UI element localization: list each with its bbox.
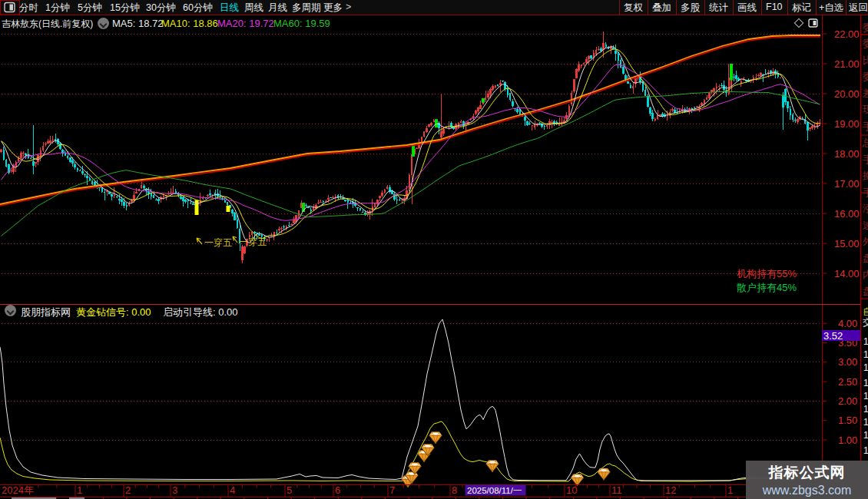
svg-text:换: 换 xyxy=(862,170,868,181)
svg-text:1.00: 1.00 xyxy=(838,435,857,446)
svg-text:10: 10 xyxy=(566,484,577,496)
svg-text:涨: 涨 xyxy=(863,203,868,214)
svg-text:1: 1 xyxy=(863,404,868,415)
svg-text:3.00: 3.00 xyxy=(838,356,857,368)
svg-text:1: 1 xyxy=(863,362,868,373)
svg-text:3.52: 3.52 xyxy=(823,330,843,342)
svg-text:1.50: 1.50 xyxy=(838,415,857,426)
svg-text:1: 1 xyxy=(727,484,733,496)
svg-text:3: 3 xyxy=(172,484,177,496)
svg-text:21.00: 21.00 xyxy=(834,58,860,70)
svg-text:2024年: 2024年 xyxy=(2,484,34,496)
svg-text:1: 1 xyxy=(863,430,868,441)
svg-text:19.00: 19.00 xyxy=(834,118,860,130)
svg-text:手: 手 xyxy=(863,121,868,132)
svg-text:散户持有45%: 散户持有45% xyxy=(736,282,797,293)
svg-text:2: 2 xyxy=(125,484,131,496)
svg-text:1: 1 xyxy=(863,417,868,428)
svg-text:委: 委 xyxy=(863,38,868,49)
svg-text:总: 总 xyxy=(862,137,868,148)
svg-text:盘: 盘 xyxy=(863,253,868,264)
svg-text:1: 1 xyxy=(863,445,868,456)
svg-text:2.00: 2.00 xyxy=(838,395,857,407)
svg-text:4.00: 4.00 xyxy=(838,318,857,329)
svg-text:交: 交 xyxy=(863,317,868,328)
svg-text:委: 委 xyxy=(863,71,868,82)
svg-text:20.00: 20.00 xyxy=(834,88,860,100)
svg-text:15.00: 15.00 xyxy=(834,238,860,250)
svg-text:速: 速 xyxy=(863,220,868,231)
svg-text:22.00: 22.00 xyxy=(834,28,860,40)
svg-text:8: 8 xyxy=(452,484,457,496)
svg-text:1: 1 xyxy=(863,391,868,402)
svg-text:12: 12 xyxy=(665,484,676,496)
svg-text:外: 外 xyxy=(862,236,868,247)
svg-text:现: 现 xyxy=(862,104,868,115)
svg-text:2.50: 2.50 xyxy=(838,376,857,388)
svg-text:手: 手 xyxy=(863,154,868,165)
svg-text:1: 1 xyxy=(77,484,82,496)
svg-text:差: 差 xyxy=(863,88,868,99)
svg-text:机构持有55%: 机构持有55% xyxy=(737,268,797,279)
svg-text:16.00: 16.00 xyxy=(834,208,860,220)
svg-text:1: 1 xyxy=(863,378,868,388)
svg-text:18.00: 18.00 xyxy=(834,148,860,160)
svg-text:11: 11 xyxy=(611,484,622,496)
svg-text:委: 委 xyxy=(863,21,868,33)
svg-text:4: 4 xyxy=(230,484,235,496)
svg-text:自: 自 xyxy=(863,306,868,317)
svg-text:5: 5 xyxy=(287,484,292,496)
svg-text:盘: 盘 xyxy=(863,286,868,297)
svg-text:7: 7 xyxy=(389,484,395,496)
svg-text:一穿五: 一穿五 xyxy=(204,237,232,248)
svg-text:一穿五: 一穿五 xyxy=(239,236,267,247)
svg-text:比: 比 xyxy=(863,55,868,66)
svg-text:6: 6 xyxy=(335,484,340,496)
svg-text:1: 1 xyxy=(863,349,868,360)
svg-text:手: 手 xyxy=(863,187,868,198)
svg-text:14.00: 14.00 xyxy=(834,268,860,279)
svg-text:内: 内 xyxy=(863,269,868,280)
svg-text:1: 1 xyxy=(863,336,868,347)
svg-text:2025/08/11/一: 2025/08/11/一 xyxy=(467,486,522,495)
svg-text:17.00: 17.00 xyxy=(834,178,860,190)
